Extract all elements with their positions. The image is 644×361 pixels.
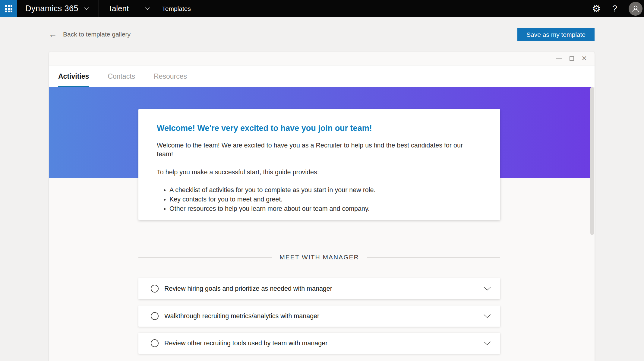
tab-contacts[interactable]: Contacts: [108, 65, 135, 87]
chevron-down-icon[interactable]: [484, 314, 491, 318]
screen: Dynamics 365 Talent Templates ⚙ ?: [0, 0, 644, 361]
welcome-bullet: A checklist of activities for you to com…: [169, 185, 474, 195]
user-avatar[interactable]: [629, 2, 642, 16]
settings-gear-icon[interactable]: ⚙: [592, 4, 601, 14]
module-label: Talent: [108, 4, 129, 13]
chevron-down-icon[interactable]: [484, 287, 491, 291]
waffle-icon: [5, 5, 12, 12]
activity-label: Review other recruiting tools used by te…: [164, 340, 327, 347]
app-launcher-button[interactable]: [0, 0, 17, 17]
activity-status-circle[interactable]: [151, 312, 159, 320]
activity-status-circle[interactable]: [151, 339, 159, 347]
chevron-down-icon: [145, 7, 150, 10]
tab-activities[interactable]: Activities: [58, 65, 89, 87]
brand-label: Dynamics 365: [25, 4, 78, 13]
page-title: Templates: [157, 5, 191, 12]
activity-label: Review hiring goals and prioritize as ne…: [164, 285, 332, 293]
back-link[interactable]: ← Back to template gallery: [49, 30, 131, 39]
activity-label: Walkthrough recruiting metrics/analytics…: [164, 312, 319, 320]
chevron-down-icon[interactable]: [484, 341, 491, 345]
tab-resources[interactable]: Resources: [154, 65, 187, 87]
person-icon: [631, 5, 640, 13]
chevron-down-icon: [84, 7, 89, 10]
welcome-bullet-list: A checklist of activities for you to com…: [157, 185, 474, 214]
activity-row[interactable]: Review hiring goals and prioritize as ne…: [138, 278, 500, 299]
activity-row[interactable]: Walkthrough recruiting metrics/analytics…: [138, 306, 500, 327]
window-titlebar: ✕: [49, 52, 595, 65]
minimize-icon[interactable]: [556, 58, 562, 59]
back-arrow-icon: ←: [49, 30, 57, 39]
tab-strip: Activities Contacts Resources: [49, 65, 595, 87]
module-menu[interactable]: Talent: [99, 0, 157, 17]
activity-status-circle[interactable]: [151, 285, 159, 293]
template-preview-window: ✕ Activities Contacts Resources Welcome!…: [49, 52, 595, 361]
welcome-bullet: Key contacts for you to meet and greet.: [169, 195, 474, 204]
section-divider-line: [367, 257, 500, 258]
window-content: Welcome! We're very excited to have you …: [49, 87, 595, 361]
welcome-title: Welcome! We're very excited to have you …: [157, 124, 474, 133]
brand-menu[interactable]: Dynamics 365: [17, 0, 99, 17]
section-divider-line: [138, 257, 272, 258]
back-link-label: Back to template gallery: [63, 31, 131, 38]
close-icon[interactable]: ✕: [582, 55, 587, 62]
welcome-intro: Welcome to the team! We are excited to h…: [157, 141, 474, 159]
section-title: MEET WITH MANAGER: [272, 254, 367, 261]
appbar-right-group: ⚙ ?: [592, 2, 644, 16]
welcome-card: Welcome! We're very excited to have you …: [138, 109, 500, 220]
section-header: MEET WITH MANAGER: [138, 254, 500, 261]
maximize-icon[interactable]: [570, 56, 574, 61]
scrollbar-thumb[interactable]: [590, 87, 594, 235]
activity-row[interactable]: Review other recruiting tools used by te…: [138, 333, 500, 354]
help-icon[interactable]: ?: [612, 4, 617, 14]
save-as-template-button[interactable]: Save as my template: [517, 28, 595, 41]
app-bar: Dynamics 365 Talent Templates ⚙ ?: [0, 0, 644, 17]
welcome-bullet: Other resources to help you learn more a…: [169, 204, 474, 214]
welcome-guide-line: To help you make a successful start, thi…: [157, 168, 474, 177]
